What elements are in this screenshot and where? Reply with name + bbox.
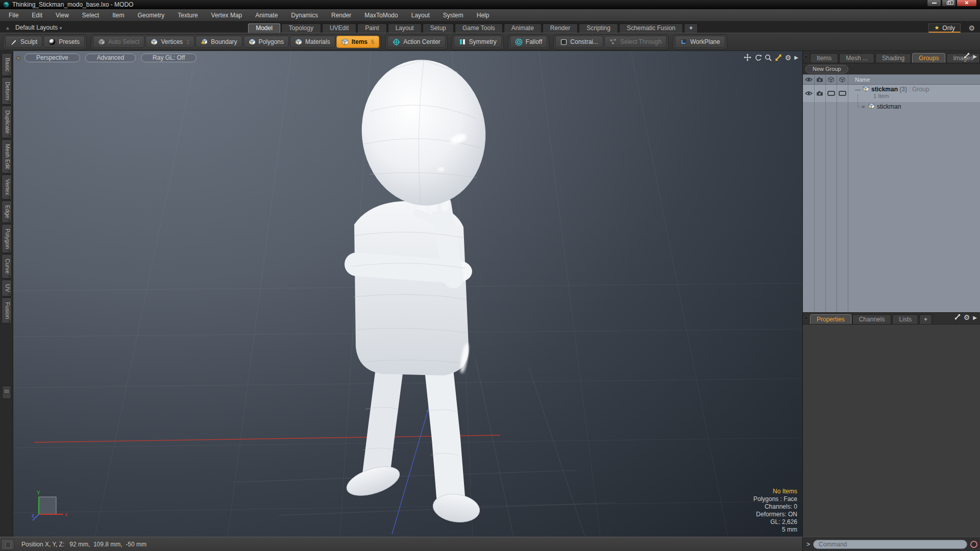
constraints-button[interactable]: Constrai... [555, 36, 603, 48]
toolbox-tab-mesh-edit[interactable]: Mesh Edit [2, 139, 12, 173]
tab-lists[interactable]: Lists [892, 314, 918, 324]
menu-help[interactable]: Help [470, 9, 496, 21]
toolbox-tab-edge[interactable]: Edge [2, 201, 12, 223]
tab-properties[interactable]: Properties [810, 314, 851, 324]
group-visibility-eye-icon[interactable] [803, 85, 814, 102]
tab-animate[interactable]: Animate [504, 23, 542, 33]
panel-thumb-icon[interactable] [804, 316, 808, 320]
menu-item[interactable]: Item [106, 9, 131, 21]
status-tool-icon[interactable] [1, 539, 14, 550]
tab-channels[interactable]: Channels [852, 314, 892, 324]
command-input[interactable] [813, 540, 967, 549]
group-checkbox-2[interactable] [837, 85, 848, 102]
group-render-camera-icon[interactable] [814, 85, 825, 102]
rotate-icon[interactable] [754, 54, 762, 61]
presets-button[interactable]: Presets [43, 36, 85, 48]
menu-layout[interactable]: Layout [405, 9, 436, 21]
child-item-name[interactable]: stickman [877, 103, 901, 110]
tab-setup[interactable]: Setup [423, 23, 454, 33]
command-record-icon[interactable] [970, 541, 977, 548]
boundary-button[interactable]: Boundary [195, 36, 242, 48]
ray-gl-button[interactable]: Ray GL: Off [141, 54, 197, 62]
render-column-camera-icon[interactable] [814, 77, 825, 82]
tab-groups[interactable]: Groups [912, 53, 945, 63]
view-type-button[interactable]: Perspective [24, 54, 80, 62]
menu-view[interactable]: View [49, 9, 76, 21]
filter-column-cube-icon[interactable] [837, 77, 848, 83]
panel-thumb-icon[interactable] [804, 55, 808, 59]
action-center-button[interactable]: Action Center [387, 36, 446, 48]
maximize-icon[interactable] [775, 54, 782, 61]
tab-layout[interactable]: Layout [388, 23, 422, 33]
shading-mode-button[interactable]: Advanced [85, 54, 136, 62]
restore-button[interactable] [942, 0, 956, 7]
add-properties-tab-button[interactable]: + [919, 314, 932, 324]
lock-column-cube-icon[interactable] [825, 77, 837, 83]
tab-items[interactable]: Items [810, 53, 838, 63]
tab-model[interactable]: Model [248, 23, 280, 33]
panel-maximize-icon[interactable] [954, 313, 961, 322]
tab-topology[interactable]: Topology [281, 23, 321, 33]
toolbox-tab-fusion[interactable]: Fusion [2, 297, 12, 323]
symmetry-button[interactable]: Symmetry [454, 36, 502, 48]
viewport-settings-icon[interactable]: ⚙ [785, 54, 792, 61]
child-row-stickman[interactable]: stickman [803, 102, 980, 112]
layout-home-icon[interactable]: ▲ [0, 25, 14, 33]
falloff-button[interactable]: Falloff [510, 36, 547, 48]
panel-expand-arrow-icon[interactable]: ▶ [973, 315, 977, 320]
close-button[interactable]: ✕ [957, 0, 977, 7]
group-name[interactable]: stickman [871, 86, 898, 93]
menu-edit[interactable]: Edit [25, 9, 49, 21]
tab-uvedit[interactable]: UVEdit [322, 23, 356, 33]
tab-paint[interactable]: Paint [357, 23, 386, 33]
toolbox-tab-uv[interactable]: UV [2, 280, 12, 296]
toolbox-tab-curve[interactable]: Curve [2, 254, 12, 278]
polygons-button[interactable]: Polygons [243, 36, 289, 48]
tab-scripting[interactable]: Scripting [579, 23, 618, 33]
workplane-button[interactable]: WorkPlane [675, 36, 725, 48]
toolbox-tab-duplicate[interactable]: Duplicate [2, 106, 12, 138]
tab-shading[interactable]: Shading [875, 53, 911, 63]
default-layouts-dropdown[interactable]: Default Layouts ▾ [14, 24, 67, 33]
tab-schematic-fusion[interactable]: Schematic Fusion [619, 23, 683, 33]
viewport-3d[interactable]: Perspective Advanced Ray GL: Off ⚙ ▶ No … [13, 51, 802, 537]
toolbox-tab-polygon[interactable]: Polygon [2, 224, 12, 254]
pan-icon[interactable] [744, 54, 751, 61]
tab-render[interactable]: Render [543, 23, 578, 33]
menu-geometry[interactable]: Geometry [131, 9, 172, 21]
visibility-column-eye-icon[interactable] [803, 77, 814, 82]
menu-system[interactable]: System [436, 9, 470, 21]
menu-maxtomodo[interactable]: MaxToModo [358, 9, 404, 21]
menu-animate[interactable]: Animate [249, 9, 284, 21]
stickman-model[interactable] [343, 54, 493, 525]
menu-texture[interactable]: Texture [171, 9, 204, 21]
name-column-header[interactable]: Name [848, 77, 870, 83]
add-layout-tab-button[interactable]: + [684, 23, 698, 33]
auto-select-button[interactable]: Auto Select [93, 36, 144, 48]
minimize-button[interactable] [927, 0, 941, 7]
materials-button[interactable]: Materials [290, 36, 335, 48]
group-checkbox-1[interactable] [825, 85, 837, 102]
items-button[interactable]: Items 5 [336, 36, 379, 48]
toolbox-tab-basic[interactable]: Basic [2, 53, 12, 76]
toolbox-tab-vertex[interactable]: Vertex [2, 174, 12, 199]
select-through-button[interactable]: Select Through [604, 36, 667, 48]
collapse-toggle[interactable]: — [855, 86, 861, 92]
tab-mesh[interactable]: Mesh ... [839, 53, 874, 63]
toolbox-mini-palette-tab[interactable] [2, 386, 11, 399]
panel-settings-icon[interactable]: ⚙ [964, 314, 970, 321]
panel-expand-arrow-icon[interactable]: ▶ [973, 54, 977, 59]
toolbox-tab-deform[interactable]: Deform [2, 77, 12, 105]
only-button[interactable]: ★Only [928, 23, 961, 33]
vertices-button[interactable]: Vertices 1 [145, 36, 194, 48]
expand-arrow-icon[interactable]: ▶ [794, 55, 798, 60]
menu-select[interactable]: Select [76, 9, 106, 21]
menu-vertex-map[interactable]: Vertex Map [205, 9, 249, 21]
sculpt-button[interactable]: Sculpt [5, 36, 42, 48]
group-row-stickman[interactable]: — stickman (3) : Group 1 Item [803, 85, 980, 102]
zoom-icon[interactable] [765, 54, 772, 61]
menu-file[interactable]: File [2, 9, 25, 21]
layout-gear-icon[interactable]: ⚙ [968, 24, 975, 32]
tab-game-tools[interactable]: Game Tools [455, 23, 503, 33]
menu-dynamics[interactable]: Dynamics [284, 9, 325, 21]
